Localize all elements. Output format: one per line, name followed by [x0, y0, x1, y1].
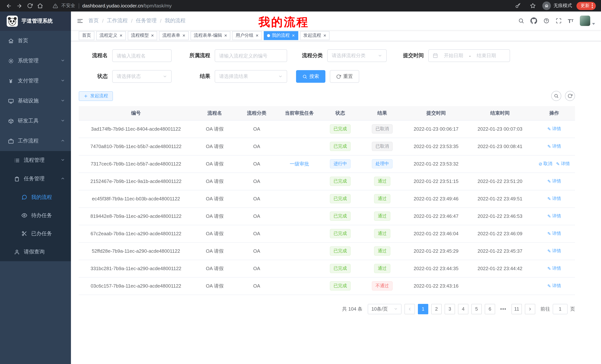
table-row[interactable]: 3ad174fb-7b9d-11ec-8404-acde48001122 OA …	[79, 120, 575, 138]
fullscreen-icon[interactable]	[555, 18, 561, 24]
breadcrumb-task-management[interactable]: 任务管理	[136, 18, 157, 24]
chevron-down-icon	[592, 23, 595, 25]
sidebar-item-my-process[interactable]: 我的流程	[0, 188, 71, 206]
page-button-2[interactable]: 2	[431, 304, 442, 314]
table-row[interactable]: 331bc281-7b9a-11ec-a290-acde48001122 OA …	[79, 260, 575, 277]
page-button-6[interactable]: 6	[485, 304, 495, 314]
cancel-action[interactable]: ⊘取消	[539, 161, 552, 167]
page-ellipsis[interactable]: •••	[498, 304, 509, 314]
table-row[interactable]: 67c2eaab-7b9a-11ec-a290-acde48001122 OA …	[79, 225, 575, 242]
close-icon[interactable]: ×	[323, 33, 326, 38]
detail-action[interactable]: ✎详情	[547, 230, 561, 237]
tab-home[interactable]: 首页	[79, 31, 94, 40]
close-icon[interactable]: ×	[224, 33, 227, 38]
sidebar-item-infrastructure[interactable]: 基础设施	[0, 91, 71, 111]
close-icon[interactable]: ×	[151, 33, 154, 38]
sidebar-item-payment[interactable]: ¥ 支付管理	[0, 71, 71, 91]
tab-process-form[interactable]: 流程表单×	[159, 31, 189, 40]
detail-action[interactable]: ✎详情	[556, 161, 570, 167]
table-row[interactable]: 2152467e-7b9b-11ec-9a1b-acde48001122 OA …	[79, 172, 575, 190]
back-icon[interactable]	[4, 1, 14, 10]
page-button-1[interactable]: 1	[418, 304, 428, 314]
tab-user-group[interactable]: 用户分组×	[232, 31, 262, 40]
breadcrumb-workflow[interactable]: 工作流程	[107, 18, 128, 24]
create-process-button[interactable]: 发起流程	[79, 91, 113, 101]
process-table: 编号 流程名 流程分类 当前审批任务 状态 结果 提交时间 结束时间 操作	[79, 106, 575, 295]
forward-icon[interactable]	[14, 1, 25, 10]
sidebar-item-process-management[interactable]: 流程管理	[0, 151, 71, 170]
page-button-5[interactable]: 5	[471, 304, 482, 314]
sidebar-item-done-tasks[interactable]: 已办任务	[0, 224, 71, 243]
page-button-3[interactable]: 3	[445, 304, 455, 314]
table-row[interactable]: 03c6c157-7b9a-11ec-a290-acde48001122 OA …	[79, 277, 575, 295]
submit-time-range[interactable]: 开始日期 - 结束日期	[428, 49, 510, 62]
tab-start-process[interactable]: 发起流程×	[300, 31, 330, 40]
result-select[interactable]: 请选择流结果	[215, 70, 287, 83]
update-button[interactable]: 更新	[576, 2, 596, 10]
start-date-input[interactable]: 开始日期	[440, 52, 467, 59]
prev-page-button[interactable]	[404, 304, 415, 314]
status-select[interactable]: 请选择状态	[112, 70, 172, 83]
logo[interactable]: 芋道管理系统	[0, 11, 71, 31]
tab-process-form-edit[interactable]: 流程表单-编辑×	[190, 31, 230, 40]
sidebar-item-todo-tasks[interactable]: 待办任务	[0, 206, 71, 224]
close-icon[interactable]: ×	[182, 33, 185, 38]
reset-button[interactable]: 重置	[330, 70, 359, 83]
detail-action[interactable]: ✎详情	[547, 143, 561, 150]
refresh-table-icon[interactable]	[565, 91, 575, 101]
bookmark-star-icon[interactable]	[527, 1, 538, 10]
address-bar[interactable]: 不安全 dashboard.yudao.iocoder.cn/bpm/task/…	[45, 3, 513, 9]
goto-page-input[interactable]	[553, 304, 568, 314]
home-icon[interactable]	[35, 1, 45, 10]
tab-process-definition[interactable]: 流程定义×	[96, 31, 126, 40]
sidebar-item-leave-query[interactable]: 请假查询	[0, 243, 71, 261]
end-date-input[interactable]: 结束日期	[473, 52, 500, 59]
incognito-badge[interactable]: 无痕模式	[542, 1, 572, 10]
detail-action[interactable]: ✎详情	[547, 213, 561, 219]
task-link[interactable]: 一级审批	[290, 161, 309, 166]
sidebar-item-devtools[interactable]: 研发工具	[0, 111, 71, 131]
table-row[interactable]: 819442e8-7b9a-11ec-a290-acde48001122 OA …	[79, 207, 575, 225]
close-icon[interactable]: ×	[120, 33, 122, 38]
sidebar-toggle-icon[interactable]	[77, 18, 83, 24]
breadcrumb-home[interactable]: 首页	[88, 18, 99, 24]
cell-submit-time: 2022-01-22 23:44:35	[406, 260, 467, 277]
search-icon[interactable]	[518, 18, 524, 24]
process-input[interactable]	[219, 53, 283, 58]
chevron-down-icon	[60, 157, 65, 163]
menu-kebab-icon[interactable]	[592, 3, 593, 8]
tab-process-model[interactable]: 流程模型×	[128, 31, 157, 40]
page-button-4[interactable]: 4	[458, 304, 468, 314]
close-icon[interactable]: ×	[256, 33, 259, 38]
key-icon[interactable]	[513, 1, 523, 10]
refresh-icon[interactable]	[25, 1, 35, 10]
category-select[interactable]: 请选择流程分类	[327, 49, 387, 62]
sidebar-item-task-management[interactable]: 任务管理	[0, 170, 71, 188]
help-icon[interactable]	[543, 18, 549, 24]
detail-action[interactable]: ✎详情	[547, 178, 561, 184]
font-size-icon[interactable]: TT	[568, 18, 573, 24]
cell-submit-time: 2022-01-22 23:46:47	[406, 207, 467, 225]
table-row[interactable]: ec45f38f-7b9a-11ec-b03b-acde48001122 OA …	[79, 190, 575, 207]
sidebar-item-system[interactable]: 系统管理	[0, 51, 71, 71]
close-icon[interactable]: ×	[292, 33, 295, 38]
table-row[interactable]: 7470a810-7b9b-11ec-b5b7-acde48001122 OA …	[79, 138, 575, 155]
table-row[interactable]: 52ffd28e-7b9a-11ec-a290-acde48001122 OA …	[79, 242, 575, 260]
page-button-11[interactable]: 11	[511, 304, 522, 314]
detail-action[interactable]: ✎详情	[547, 265, 561, 272]
detail-action[interactable]: ✎详情	[547, 248, 561, 254]
detail-action[interactable]: ✎详情	[547, 283, 561, 289]
next-page-button[interactable]	[525, 304, 535, 314]
table-row[interactable]: 7317cec6-7b9b-11ec-b5b7-acde48001122 OA …	[79, 155, 575, 172]
tab-my-process[interactable]: 我的流程×	[264, 31, 298, 40]
github-icon[interactable]	[530, 18, 537, 24]
search-toggle-icon[interactable]	[551, 91, 561, 101]
sidebar-item-workflow[interactable]: 工作流程	[0, 131, 71, 151]
name-input[interactable]	[117, 53, 167, 58]
detail-action[interactable]: ✎详情	[547, 126, 561, 132]
user-menu[interactable]	[580, 16, 595, 26]
search-button[interactable]: 搜索	[296, 70, 325, 83]
sidebar-item-home[interactable]: 首页	[0, 31, 71, 51]
page-size-select[interactable]: 10条/页	[368, 304, 401, 314]
detail-action[interactable]: ✎详情	[547, 196, 561, 202]
